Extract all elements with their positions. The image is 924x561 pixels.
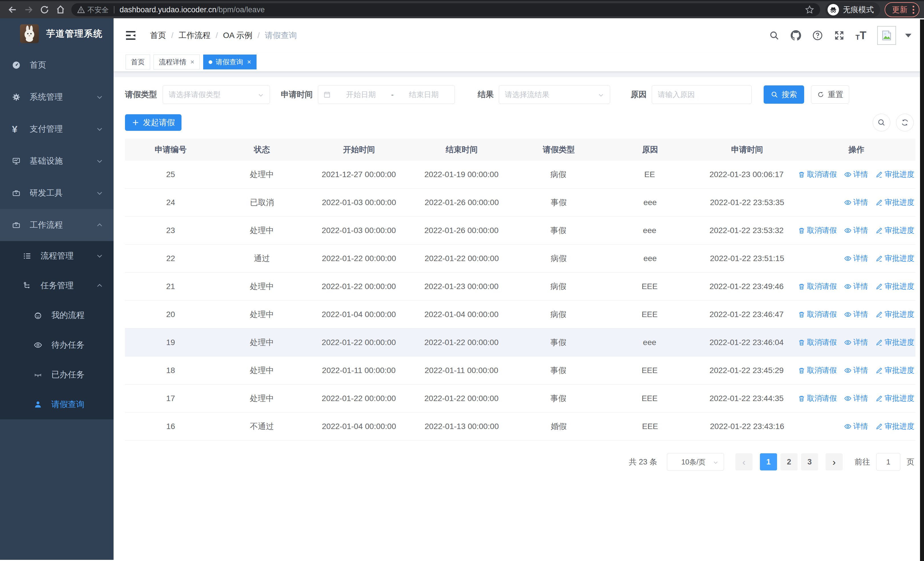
- next-page-button[interactable]: ›: [825, 453, 843, 471]
- table-row[interactable]: 16不通过2022-01-04 00:00:002022-01-13 00:00…: [125, 412, 915, 441]
- bookmark-star-icon[interactable]: [805, 5, 814, 15]
- action-cancel-link[interactable]: 取消请假: [798, 365, 837, 375]
- action-cancel-link[interactable]: 取消请假: [798, 309, 837, 319]
- page-size-select[interactable]: 10条/页: [667, 453, 724, 471]
- table-row[interactable]: 22通过2022-01-22 00:00:002022-01-22 00:00:…: [125, 245, 915, 272]
- sidebar-item-infra[interactable]: 基础设施: [0, 145, 114, 177]
- cell-reason: EEE: [604, 310, 695, 319]
- action-progress-link[interactable]: 审批进度: [876, 421, 914, 431]
- action-detail-link[interactable]: 详情: [844, 337, 868, 347]
- top-navbar: 首页 / 工作流程 / OA 示例 / 请假查询 TT: [114, 18, 924, 53]
- action-progress-link[interactable]: 审批进度: [876, 197, 914, 208]
- sidebar-item-process-mgmt[interactable]: 流程管理: [0, 241, 114, 271]
- table-row[interactable]: 25处理中2021-12-27 00:00:002022-01-19 00:00…: [125, 161, 915, 188]
- table-row[interactable]: 23处理中2022-01-03 00:00:002022-01-26 00:00…: [125, 217, 915, 245]
- action-cancel-link[interactable]: 取消请假: [798, 226, 837, 235]
- action-detail-link[interactable]: 详情: [844, 365, 868, 375]
- action-detail-link[interactable]: 详情: [844, 421, 868, 431]
- table-row[interactable]: 17处理中2022-01-22 00:00:002022-01-22 00:00…: [125, 385, 915, 412]
- prev-page-button[interactable]: ‹: [735, 453, 753, 471]
- fullscreen-icon[interactable]: [834, 30, 844, 41]
- page-3-button[interactable]: 3: [801, 453, 818, 471]
- forward-icon[interactable]: [21, 2, 36, 18]
- table-refresh-button[interactable]: [896, 114, 914, 131]
- eye-icon: [844, 367, 852, 374]
- action-detail-link[interactable]: 详情: [844, 309, 868, 319]
- browser-menu-icon[interactable]: [913, 6, 914, 14]
- sidebar-fold-icon[interactable]: [124, 29, 137, 42]
- action-progress-link[interactable]: 审批进度: [876, 169, 914, 179]
- browser-scrollbar[interactable]: [920, 20, 924, 561]
- sidebar-item-system[interactable]: 系统管理: [0, 81, 114, 113]
- home-icon[interactable]: [52, 2, 69, 18]
- reload-icon[interactable]: [36, 2, 52, 18]
- tab-leave-query[interactable]: 请假查询 ×: [203, 54, 256, 69]
- address-bar[interactable]: 不安全 dashboard.yudao.iocoder.cn/bpm/oa/le…: [71, 3, 820, 16]
- reason-input[interactable]: [652, 85, 752, 104]
- result-select[interactable]: 请选择流结果: [499, 85, 610, 104]
- close-icon[interactable]: ×: [247, 58, 251, 66]
- monitor-chart-icon: [12, 157, 21, 165]
- action-cancel-link[interactable]: 取消请假: [798, 169, 837, 179]
- not-secure-indicator[interactable]: 不安全: [77, 5, 109, 15]
- sidebar-item-devtools[interactable]: 研发工具: [0, 177, 114, 209]
- table-row[interactable]: 24已取消2022-01-03 00:00:002022-01-26 00:00…: [125, 188, 915, 217]
- action-detail-link[interactable]: 详情: [844, 226, 868, 235]
- action-progress-link[interactable]: 审批进度: [876, 337, 914, 347]
- leave-type-select[interactable]: 请选择请假类型: [163, 85, 270, 104]
- avatar-dropdown-caret[interactable]: [905, 34, 912, 38]
- action-progress-link[interactable]: 审批进度: [876, 393, 914, 403]
- sidebar-item-my-process[interactable]: 我的流程: [0, 301, 114, 330]
- action-progress-link[interactable]: 审批进度: [876, 309, 914, 319]
- font-size-icon[interactable]: TT: [855, 30, 866, 41]
- browser-update-button[interactable]: 更新: [885, 2, 920, 17]
- sidebar-item-home[interactable]: 首页: [0, 49, 114, 81]
- table-row[interactable]: 19处理中2022-01-22 00:00:002022-01-22 00:00…: [125, 328, 915, 356]
- reset-button[interactable]: 重置: [811, 86, 849, 104]
- breadcrumb-home[interactable]: 首页: [150, 30, 166, 41]
- sidebar-item-todo-tasks[interactable]: 待办任务: [0, 330, 114, 360]
- breadcrumb-workflow[interactable]: 工作流程: [178, 30, 211, 41]
- action-detail-link[interactable]: 详情: [844, 197, 868, 208]
- sidebar-item-task-mgmt[interactable]: 任务管理: [0, 271, 114, 301]
- search-button[interactable]: 搜索: [764, 86, 804, 104]
- github-icon[interactable]: [790, 30, 801, 41]
- search-icon[interactable]: [769, 30, 780, 41]
- eye-icon: [844, 283, 852, 290]
- apply-time-range-picker[interactable]: 开始日期 - 结束日期: [318, 85, 455, 104]
- table-search-toggle-button[interactable]: [873, 114, 890, 131]
- action-cancel-link[interactable]: 取消请假: [798, 337, 837, 347]
- goto-page-input[interactable]: [876, 453, 900, 471]
- help-icon[interactable]: [812, 30, 823, 41]
- action-progress-link[interactable]: 审批进度: [876, 365, 914, 375]
- table-row[interactable]: 20处理中2022-01-04 00:00:002022-01-04 00:00…: [125, 301, 915, 328]
- sidebar-item-leave-query[interactable]: 请假查询: [0, 390, 114, 419]
- page-2-button[interactable]: 2: [780, 453, 798, 471]
- action-progress-link[interactable]: 审批进度: [876, 281, 914, 291]
- action-cancel-link[interactable]: 取消请假: [798, 281, 837, 291]
- action-cancel-link[interactable]: 取消请假: [798, 393, 837, 403]
- create-leave-button[interactable]: 发起请假: [125, 114, 182, 131]
- close-icon[interactable]: ×: [190, 58, 194, 66]
- sidebar-item-payment[interactable]: ¥ 支付管理: [0, 113, 114, 145]
- action-detail-link[interactable]: 详情: [844, 169, 868, 179]
- table-row[interactable]: 18处理中2022-01-11 00:00:002022-01-11 00:00…: [125, 356, 915, 385]
- action-progress-link[interactable]: 审批进度: [876, 253, 914, 263]
- back-icon[interactable]: [4, 2, 21, 18]
- row-actions: 取消请假详情审批进度: [798, 309, 915, 319]
- briefcase-icon: [12, 189, 21, 197]
- cell-id: 22: [125, 254, 216, 263]
- action-progress-link[interactable]: 审批进度: [876, 226, 914, 235]
- breadcrumb-oa-example[interactable]: OA 示例: [223, 30, 252, 41]
- table-row[interactable]: 21处理中2022-01-22 00:00:002022-01-23 00:00…: [125, 272, 915, 301]
- tab-home[interactable]: 首页: [126, 54, 150, 69]
- action-detail-link[interactable]: 详情: [844, 253, 868, 263]
- action-detail-link[interactable]: 详情: [844, 393, 868, 403]
- tab-process-detail[interactable]: 流程详情 ×: [153, 54, 200, 69]
- sidebar-item-workflow[interactable]: 工作流程: [0, 209, 114, 241]
- user-avatar[interactable]: [877, 26, 896, 45]
- page-1-button[interactable]: 1: [760, 453, 777, 471]
- col-header-id: 申请编号: [125, 144, 216, 155]
- action-detail-link[interactable]: 详情: [844, 281, 868, 291]
- sidebar-item-done-tasks[interactable]: 已办任务: [0, 360, 114, 390]
